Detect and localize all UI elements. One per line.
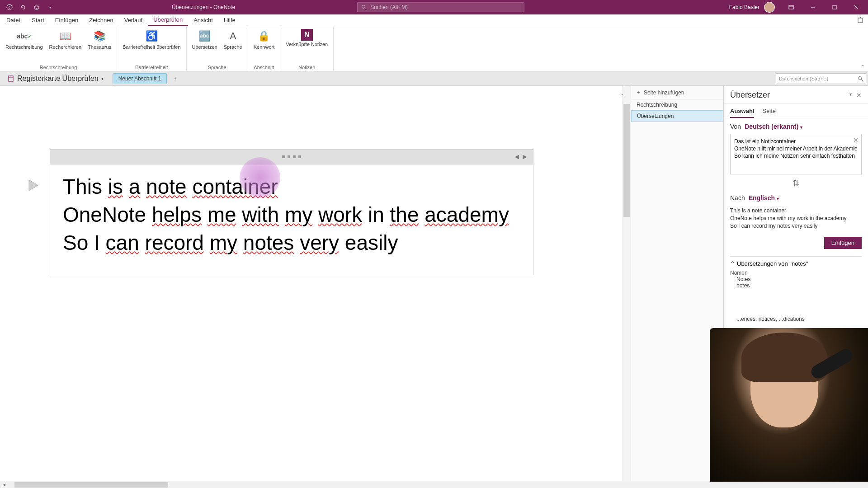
note-text-line[interactable]: This is a note container: [63, 173, 520, 201]
password-button[interactable]: 🔒Kennwort: [251, 28, 277, 51]
linked-notes-button[interactable]: NVerknüpfte Notizen: [283, 28, 330, 48]
chevron-up-icon: ⌃: [730, 260, 735, 267]
ribbon-button-label: Barrierefreiheit überprüfen: [123, 44, 180, 50]
note-handle-icon[interactable]: [27, 178, 42, 192]
from-language-dropdown[interactable]: Deutsch (erkannt) ▾: [745, 123, 802, 130]
thesaurus-button[interactable]: 📚Thesaurus: [85, 28, 114, 51]
collapse-ribbon-icon[interactable]: ⌃: [861, 64, 864, 69]
menu-tab-verlauf[interactable]: Verlauf: [119, 14, 148, 26]
panel-title: Übersetzer: [730, 90, 770, 100]
touch-mode-icon[interactable]: [32, 2, 42, 12]
svg-line-5: [365, 8, 366, 9]
user-name[interactable]: Fabio Basler: [729, 4, 760, 10]
dictionary-entry: Notes: [730, 276, 862, 282]
add-page-button[interactable]: ＋ Seite hinzufügen: [631, 86, 723, 99]
search-input[interactable]: Suchen (Alt+M): [357, 2, 524, 12]
menu-tab-ansicht[interactable]: Ansicht: [188, 14, 218, 26]
from-label: Von: [730, 123, 741, 130]
notebook-bar: Registerkarte Überprüfen ▾ Neuer Abschni…: [0, 71, 868, 86]
app-title: Übersetzungen - OneNote: [172, 4, 235, 10]
scroll-left-icon[interactable]: ◄: [0, 482, 8, 487]
dictionary-toggle[interactable]: ⌃ Übersetzungen von "notes": [730, 260, 862, 267]
ribbon-group-label: Sprache: [208, 63, 226, 71]
ribbon-display-icon[interactable]: [781, 0, 801, 14]
insert-button[interactable]: Einfügen: [824, 237, 862, 249]
dictionary-entry: notes: [730, 282, 862, 289]
menu-tab-überprüfen[interactable]: Überprüfen: [148, 14, 188, 26]
ribbon-group: abc✓Rechtschreibung📖Recherchieren📚Thesau…: [0, 26, 117, 71]
ribbon-button-label: Kennwort: [254, 44, 274, 50]
svg-line-16: [861, 80, 863, 81]
page-search-input[interactable]: Durchsuchen (Strg+E): [776, 73, 866, 84]
page-search-placeholder: Durchsuchen (Strg+E): [779, 76, 858, 81]
to-language-dropdown[interactable]: Englisch ▾: [749, 194, 779, 202]
ribbon-group: ♿Barrierefreiheit überprüfenBarrierefrei…: [117, 26, 186, 71]
avatar[interactable]: [764, 2, 775, 13]
next-arrow-icon[interactable]: ►: [521, 153, 528, 161]
scrollbar-thumb[interactable]: [14, 482, 168, 488]
grip-dots-icon: [282, 155, 301, 158]
dictionary-pos: Nomen: [730, 270, 862, 276]
share-button[interactable]: [853, 14, 868, 26]
research-button-icon: 📖: [58, 29, 72, 43]
svg-point-2: [35, 6, 36, 7]
chevron-down-icon: ▾: [800, 125, 802, 130]
note-text-line[interactable]: So I can record my notes very easily: [63, 229, 520, 257]
title-bar: ▾ Übersetzungen - OneNote Suchen (Alt+M)…: [0, 0, 868, 14]
section-tab[interactable]: Neuer Abschnitt 1: [113, 73, 167, 84]
back-icon[interactable]: [5, 2, 14, 12]
ribbon-button-label: Rechtschreibung: [5, 44, 43, 50]
translate-button[interactable]: 🔤Übersetzen: [189, 28, 220, 51]
qat-dropdown-icon[interactable]: ▾: [45, 2, 55, 12]
maximize-button[interactable]: [825, 0, 844, 14]
clear-icon[interactable]: ✕: [853, 136, 859, 145]
page-list-item[interactable]: Übersetzungen: [631, 110, 723, 122]
note-container-header[interactable]: ◄ ►: [50, 149, 533, 164]
menu-tab-einfügen[interactable]: Einfügen: [50, 14, 84, 26]
accessibility-button[interactable]: ♿Barrierefreiheit überprüfen: [120, 28, 183, 51]
ribbon-group: 🔤ÜbersetzenASpracheSprache: [187, 26, 248, 71]
svg-rect-13: [9, 76, 13, 81]
file-tab[interactable]: Datei: [0, 14, 26, 26]
add-page-label: Seite hinzufügen: [644, 89, 684, 96]
svg-point-15: [859, 76, 862, 80]
chevron-down-icon: ▾: [777, 196, 779, 201]
panel-options-icon[interactable]: ▾: [849, 92, 852, 99]
accessibility-button-icon: ♿: [144, 29, 159, 43]
horizontal-scrollbar[interactable]: ◄: [0, 481, 868, 488]
source-text: Das ist ein Notizcontainer OneNote hilft…: [734, 138, 858, 160]
language-button-icon: A: [226, 29, 240, 43]
translator-tab-auswahl[interactable]: Auswahl: [730, 108, 754, 118]
note-container[interactable]: ◄ ► This is a note container OneNote hel…: [50, 149, 533, 275]
menu-bar: Datei StartEinfügenZeichnenVerlaufÜberpr…: [0, 14, 868, 26]
chevron-down-icon: ▾: [101, 76, 104, 81]
panel-close-icon[interactable]: ✕: [856, 92, 862, 99]
menu-tab-hilfe[interactable]: Hilfe: [218, 14, 241, 26]
source-text-box[interactable]: ✕ Das ist ein Notizcontainer OneNote hil…: [730, 134, 862, 174]
ribbon-button-label: Verknüpfte Notizen: [286, 42, 328, 47]
to-language-row: Nach Englisch ▾: [724, 190, 868, 203]
close-button[interactable]: [846, 0, 866, 14]
note-body[interactable]: This is a note container OneNote helps m…: [50, 164, 533, 275]
minimize-button[interactable]: [803, 0, 823, 14]
spellcheck-button[interactable]: abc✓Rechtschreibung: [3, 28, 46, 51]
scrollbar-thumb[interactable]: [623, 104, 630, 217]
svg-rect-12: [858, 18, 863, 23]
swap-languages-button[interactable]: ⇅: [724, 176, 868, 190]
undo-icon[interactable]: [18, 2, 28, 12]
page-list-item[interactable]: Rechtschreibung: [631, 99, 723, 110]
menu-tab-zeichnen[interactable]: Zeichnen: [84, 14, 118, 26]
translator-tab-seite[interactable]: Seite: [762, 108, 776, 118]
add-section-button[interactable]: +: [170, 74, 179, 83]
prev-arrow-icon[interactable]: ◄: [513, 153, 520, 161]
research-button[interactable]: 📖Recherchieren: [47, 28, 85, 51]
password-button-icon: 🔒: [257, 29, 271, 43]
vertical-scrollbar[interactable]: [623, 86, 631, 488]
search-icon: [858, 76, 863, 81]
menu-tab-start[interactable]: Start: [26, 14, 49, 26]
note-text-line[interactable]: OneNote helps me with my work in the aca…: [63, 201, 520, 229]
note-canvas[interactable]: ⤢ ◄ ► This is a note container OneNote h…: [0, 86, 631, 488]
notebook-dropdown[interactable]: Registerkarte Überprüfen ▾: [4, 75, 107, 83]
result-text: This is a note container OneNote helps m…: [730, 207, 862, 230]
language-button[interactable]: ASprache: [221, 28, 245, 51]
